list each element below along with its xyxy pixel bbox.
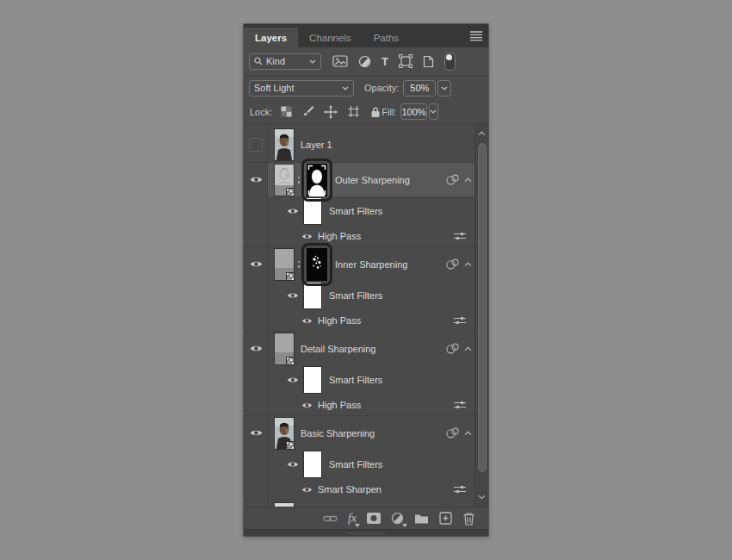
filter-blending-options-icon[interactable] [453,231,467,241]
visibility-checkbox[interactable] [249,138,263,152]
smart-filters-label[interactable]: Smart Filters [329,206,382,216]
smart-filters-thumbnail[interactable] [303,197,322,225]
smart-filters-row[interactable]: Smart Filters [244,281,475,310]
lock-transparency-icon[interactable] [281,106,292,117]
filter-name[interactable]: High Pass [318,231,361,241]
fill-dropdown-button[interactable] [429,103,438,120]
smart-filters-row[interactable]: Smart Filters [244,450,475,479]
smart-filters-label[interactable]: Smart Filters [329,290,382,301]
visibility-eye-icon[interactable] [250,344,263,353]
layer-mask-thumbnail[interactable] [307,248,327,281]
adjustment-layer-filter-icon[interactable] [358,55,371,68]
lock-all-icon[interactable] [369,106,382,118]
smart-object-thumbnail[interactable] [274,417,295,450]
filter-blending-options-icon[interactable] [453,315,467,326]
tab-paths[interactable]: Paths [363,28,410,47]
visibility-eye-icon[interactable] [250,259,263,269]
collapse-chevron-icon[interactable] [464,177,472,183]
visibility-eye-icon[interactable] [250,175,263,184]
filter-blending-options-icon[interactable] [453,400,467,410]
opacity-dropdown-button[interactable] [437,80,451,96]
lock-position-icon[interactable] [324,105,338,119]
tab-layers[interactable]: Layers [244,28,298,47]
collapse-chevron-icon[interactable] [464,431,472,436]
tab-channels[interactable]: Channels [298,28,363,47]
panel-menu-icon[interactable] [469,31,483,41]
smart-filters-thumbnail[interactable] [303,451,322,478]
filter-row-smart-sharpen[interactable]: Smart Sharpen [244,479,475,500]
filter-name[interactable]: High Pass [318,315,361,326]
smart-filter-indicator-icon[interactable] [445,343,460,354]
shape-layer-filter-icon[interactable] [399,54,413,68]
layer-name[interactable]: Inner Sharpening [335,259,407,270]
filter-name[interactable]: High Pass [318,400,361,410]
layer-mask-thumbnail[interactable] [307,164,327,196]
smart-object-thumbnail[interactable] [274,333,295,365]
visibility-eye-icon[interactable] [301,233,313,240]
add-layer-mask-button[interactable] [367,513,381,524]
filter-row-high-pass[interactable]: High Pass [244,395,475,415]
layer-row-detail-sharpening[interactable]: Detail Sharpening [244,331,475,365]
smart-filter-indicator-icon[interactable] [445,174,460,185]
layer-name[interactable]: Detail Sharpening [301,344,375,354]
layer-name[interactable]: Layer 1 [301,140,332,150]
fill-input[interactable]: 100% [400,103,426,120]
scrollbar-thumb[interactable] [478,143,487,472]
smart-filter-indicator-icon[interactable] [445,258,460,270]
smart-filters-thumbnail[interactable] [303,366,322,394]
mask-link-icon[interactable] [297,177,301,184]
smart-object-thumbnail[interactable] [274,248,295,281]
visibility-eye-icon[interactable] [301,401,313,409]
mask-link-icon[interactable] [297,261,301,268]
vertical-scrollbar[interactable] [475,124,488,507]
smart-filters-row[interactable]: Smart Filters [244,365,475,395]
layer-row-inner-sharpening[interactable]: Inner Sharpening [244,246,475,281]
filter-row-high-pass[interactable]: High Pass [244,310,475,331]
pixel-layer-filter-icon[interactable] [332,55,348,67]
partial-layer-row[interactable] [244,500,475,507]
visibility-eye-icon[interactable] [301,486,313,494]
filter-kind-dropdown[interactable]: Kind [249,53,321,70]
visibility-eye-icon[interactable] [287,291,299,300]
lock-artboard-icon[interactable] [347,105,360,118]
filter-blending-options-icon[interactable] [453,484,467,495]
visibility-eye-icon[interactable] [287,207,299,215]
layer-row-outer-sharpening[interactable]: Outer Sharpening [244,162,475,196]
collapse-chevron-icon[interactable] [464,346,472,352]
scroll-down-button[interactable] [475,489,488,505]
smart-filter-indicator-icon[interactable] [445,427,460,439]
filter-kind-value: Kind [266,56,285,66]
layer-styles-button[interactable]: fx [348,513,357,525]
smart-object-badge-icon [286,357,295,365]
new-group-button[interactable] [414,513,429,524]
blend-mode-dropdown[interactable]: Soft Light [249,80,354,96]
layer-row-layer-1[interactable]: Layer 1 [244,128,475,162]
lock-pixels-icon[interactable] [301,105,314,118]
visibility-eye-icon[interactable] [301,317,313,325]
panel-resize-strip[interactable] [244,529,488,536]
filter-row-high-pass[interactable]: High Pass [244,226,475,246]
smart-filters-thumbnail[interactable] [303,282,322,309]
visibility-eye-icon[interactable] [287,460,299,469]
visibility-eye-icon[interactable] [250,428,263,438]
new-layer-button[interactable] [439,512,452,525]
layer-name[interactable]: Outer Sharpening [335,175,410,185]
visibility-eye-icon[interactable] [287,376,299,384]
filter-name[interactable]: Smart Sharpen [318,484,382,495]
smart-filters-row[interactable]: Smart Filters [244,196,475,226]
type-layer-filter-icon[interactable]: T [382,56,388,67]
opacity-input[interactable]: 50% [403,80,436,96]
smart-object-thumbnail[interactable] [274,164,295,196]
layer-row-basic-sharpening[interactable]: Basic Sharpening [244,415,475,450]
smart-filters-label[interactable]: Smart Filters [329,459,382,470]
layer-name[interactable]: Basic Sharpening [301,428,375,439]
smart-filters-label[interactable]: Smart Filters [329,375,382,385]
delete-layer-button[interactable] [462,512,475,526]
smart-object-filter-icon[interactable] [423,55,434,68]
link-layers-button[interactable] [323,513,338,524]
collapse-chevron-icon[interactable] [464,262,472,267]
scroll-up-button[interactable] [475,126,488,141]
new-adjustment-layer-button[interactable] [391,512,404,525]
filtering-toggle[interactable] [444,53,456,71]
layer-thumbnail[interactable] [274,128,295,161]
